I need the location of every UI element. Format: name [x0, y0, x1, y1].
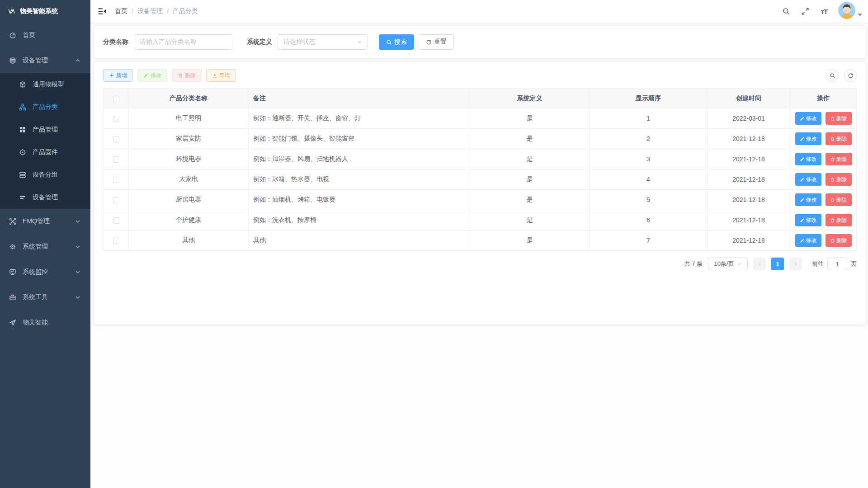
refresh-icon	[848, 73, 854, 79]
row-edit-button[interactable]: 修改	[795, 112, 821, 125]
row-checkbox[interactable]	[113, 116, 119, 122]
trash-icon	[830, 218, 835, 223]
trash-icon	[830, 136, 835, 141]
header-search-icon[interactable]	[778, 2, 794, 20]
sidebar-item-product-category[interactable]: 产品分类	[0, 96, 90, 118]
cell-created-at: 2021-12-18	[708, 210, 790, 230]
sidebar-item-device-management-sub[interactable]: 设备管理	[0, 186, 90, 209]
goto-page-input[interactable]	[827, 258, 847, 270]
sidebar-item-wumei-smart[interactable]: 物美智能	[0, 310, 90, 335]
page-number-1[interactable]: 1	[771, 258, 784, 270]
sidebar-item-label: EMQ管理	[23, 217, 50, 225]
row-edit-button[interactable]: 修改	[795, 173, 821, 186]
row-delete-button[interactable]: 删除	[826, 214, 852, 226]
cell-created-at: 2021-12-18	[708, 190, 790, 210]
cell-system-defined: 是	[470, 129, 590, 149]
monitor-icon	[9, 268, 16, 276]
toggle-search-button[interactable]	[826, 69, 839, 82]
sidebar-item-thing-model[interactable]: 通用物模型	[0, 73, 90, 96]
sidebar-item-label: 系统管理	[23, 243, 48, 251]
trash-icon	[830, 116, 835, 121]
edit-icon	[800, 136, 805, 141]
row-delete-button[interactable]: 删除	[826, 234, 852, 247]
avatar[interactable]	[838, 2, 855, 19]
app-logo[interactable]: 物美智能系统	[0, 0, 90, 23]
fullscreen-icon[interactable]	[797, 2, 813, 20]
cell-system-defined: 是	[470, 210, 590, 230]
sidebar-item-device-management[interactable]: 设备管理	[0, 48, 90, 73]
sidebar-item-emq-management[interactable]: EMQ管理	[0, 209, 90, 234]
sidebar-menu: 首页 设备管理 通用物模型 产品分类	[0, 23, 90, 488]
sidebar-item-label: 设备管理	[33, 193, 58, 202]
sidebar-item-home[interactable]: 首页	[0, 23, 90, 48]
app-title: 物美智能系统	[20, 7, 58, 15]
chevron-down-icon	[74, 268, 81, 276]
sidebar-item-device-group[interactable]: 设备分组	[0, 164, 90, 186]
next-page-button[interactable]: ›	[789, 258, 802, 270]
main-area: 首页 / 设备管理 / 产品分类 тT	[90, 0, 868, 488]
edit-icon	[143, 73, 149, 78]
row-checkbox[interactable]	[113, 217, 119, 224]
edit-icon	[800, 238, 805, 243]
plus-icon	[109, 73, 114, 78]
sidebar-item-label: 系统监控	[23, 268, 48, 276]
add-button[interactable]: 新增	[103, 69, 133, 82]
row-checkbox[interactable]	[113, 136, 119, 142]
page-size-select[interactable]: 10条/页	[708, 258, 748, 270]
cell-name: 环境电器	[129, 149, 249, 169]
sidebar-item-label: 系统工具	[23, 293, 48, 301]
row-checkbox[interactable]	[113, 177, 119, 183]
firmware-icon	[19, 149, 26, 156]
goto-label: 前往	[812, 260, 824, 268]
row-delete-button[interactable]: 删除	[826, 193, 852, 206]
edit-icon	[800, 218, 805, 223]
font-size-icon[interactable]: тT	[816, 2, 832, 20]
sidebar-item-label: 产品分类	[33, 103, 58, 111]
row-edit-button[interactable]: 修改	[795, 214, 821, 226]
row-delete-button[interactable]: 删除	[826, 112, 852, 125]
sidebar-item-system-management[interactable]: 系统管理	[0, 234, 90, 259]
breadcrumb-home[interactable]: 首页	[115, 7, 127, 15]
breadcrumb-current: 产品分类	[173, 7, 198, 15]
edit-button[interactable]: 修改	[137, 69, 167, 82]
row-delete-button[interactable]: 删除	[826, 132, 852, 145]
col-header-display-order: 显示顺序	[590, 89, 708, 108]
sidebar-collapse-icon[interactable]	[98, 7, 107, 16]
row-edit-button[interactable]: 修改	[795, 234, 821, 247]
delete-button[interactable]: 删除	[172, 69, 202, 82]
table-card: 新增 修改 删除 导出	[94, 62, 866, 324]
cell-display-order: 2	[590, 129, 708, 149]
sphere-icon	[9, 57, 16, 64]
row-edit-button[interactable]: 修改	[795, 193, 821, 206]
cell-name: 电工照明	[129, 108, 249, 129]
prev-page-button[interactable]: ‹	[753, 258, 766, 270]
row-checkbox[interactable]	[113, 156, 119, 163]
row-delete-button[interactable]: 删除	[826, 153, 852, 165]
sidebar-item-product-management[interactable]: 产品管理	[0, 118, 90, 141]
system-defined-label: 系统定义	[247, 38, 272, 46]
refresh-table-button[interactable]	[844, 69, 857, 82]
edit-icon	[800, 157, 805, 162]
row-checkbox[interactable]	[113, 238, 119, 244]
page-content: 分类名称 请输入产品分类名称 系统定义 请选择状态 搜索 重置	[90, 23, 868, 488]
category-name-input[interactable]: 请输入产品分类名称	[134, 34, 232, 50]
row-edit-button[interactable]: 修改	[795, 153, 821, 165]
sidebar-item-product-firmware[interactable]: 产品固件	[0, 141, 90, 164]
select-all-checkbox[interactable]	[113, 96, 119, 102]
navbar: 首页 / 设备管理 / 产品分类 тT	[90, 0, 868, 23]
table-toolbar: 新增 修改 删除 导出	[103, 69, 857, 82]
sidebar-item-system-tools[interactable]: 系统工具	[0, 285, 90, 310]
sidebar-item-system-monitor[interactable]: 系统监控	[0, 259, 90, 285]
user-menu[interactable]	[838, 2, 862, 21]
row-delete-button[interactable]: 删除	[826, 173, 852, 186]
search-button[interactable]: 搜索	[379, 34, 414, 50]
cell-display-order: 5	[590, 190, 708, 210]
row-edit-button[interactable]: 修改	[795, 132, 821, 145]
category-name-placeholder: 请输入产品分类名称	[140, 38, 197, 46]
export-button[interactable]: 导出	[206, 69, 236, 82]
reset-button[interactable]: 重置	[419, 34, 454, 50]
toolbox-icon	[9, 294, 16, 301]
row-checkbox[interactable]	[113, 197, 119, 203]
system-defined-select[interactable]: 请选择状态	[278, 34, 368, 50]
col-header-name: 产品分类名称	[129, 89, 249, 108]
